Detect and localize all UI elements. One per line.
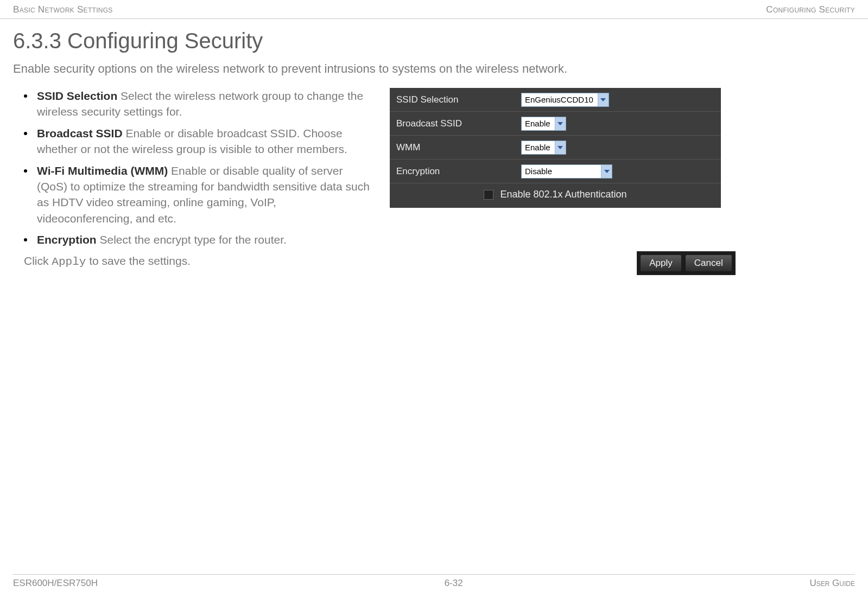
button-row: Apply Cancel [637,251,735,275]
bullet-desc: Select the encrypt type for the router. [97,233,287,246]
encryption-select[interactable]: Disable [521,164,612,179]
section-lead: Enable security options on the wireless … [13,62,855,76]
bullet-term: Encryption [37,233,97,246]
settings-panel: SSID Selection EnGeniusCCDD10 Broadcast … [390,88,721,208]
apply-note-code: Apply [52,256,86,268]
ssid-select[interactable]: EnGeniusCCDD10 [521,93,609,107]
apply-note: Click Apply to save the settings. [13,254,371,268]
header-left: Basic Network Settings [13,4,113,15]
wmm-select-value: Enable [522,141,555,154]
footer-left: ESR600H/ESR750H [13,578,98,589]
header-right: Configuring Security [766,4,855,15]
chevron-down-icon [555,141,566,154]
broadcast-select-value: Enable [522,117,555,130]
bullet-term: Wi-Fi Multimedia (WMM) [37,164,168,177]
broadcast-label: Broadcast SSID [396,118,521,129]
section-title: 6.3.3 Configuring Security [13,29,855,53]
ssid-label: SSID Selection [396,94,521,105]
bullet-term: SSID Selection [37,90,117,102]
ssid-select-value: EnGeniusCCDD10 [522,93,598,106]
encryption-select-value: Disable [522,165,601,178]
top-rule [0,18,868,19]
list-item: Wi-Fi Multimedia (WMM) Enable or disable… [27,163,371,227]
page-footer: ESR600H/ESR750H 6-32 User Guide [0,574,868,589]
auth-checkbox[interactable] [484,190,493,200]
bullet-list: SSID Selection Select the wireless netwo… [13,88,371,248]
panel-row-broadcast: Broadcast SSID Enable [390,112,721,136]
cancel-button[interactable]: Cancel [685,254,732,272]
apply-button[interactable]: Apply [640,254,682,272]
chevron-down-icon [598,93,609,106]
list-item: SSID Selection Select the wireless netwo… [27,88,371,120]
footer-right: User Guide [809,578,855,589]
encryption-label: Encryption [396,166,521,177]
chevron-down-icon [601,165,612,178]
bullet-term: Broadcast SSID [37,127,123,139]
list-item: Broadcast SSID Enable or disable broadca… [27,125,371,157]
chevron-down-icon [555,117,566,130]
broadcast-select[interactable]: Enable [521,117,566,131]
auth-label: Enable 802.1x Authentication [500,189,626,200]
footer-center: 6-32 [445,578,463,589]
auth-row: Enable 802.1x Authentication [390,183,721,200]
list-item: Encryption Select the encrypt type for t… [27,232,371,247]
panel-row-encryption: Encryption Disable [390,160,721,183]
apply-note-post: to save the settings. [86,254,191,267]
apply-note-pre: Click [24,254,52,267]
wmm-select[interactable]: Enable [521,141,566,155]
bottom-rule [13,574,855,575]
wmm-label: WMM [396,142,521,153]
panel-row-ssid: SSID Selection EnGeniusCCDD10 [390,88,721,112]
panel-row-wmm: WMM Enable [390,136,721,160]
page-header: Basic Network Settings Configuring Secur… [0,0,868,18]
